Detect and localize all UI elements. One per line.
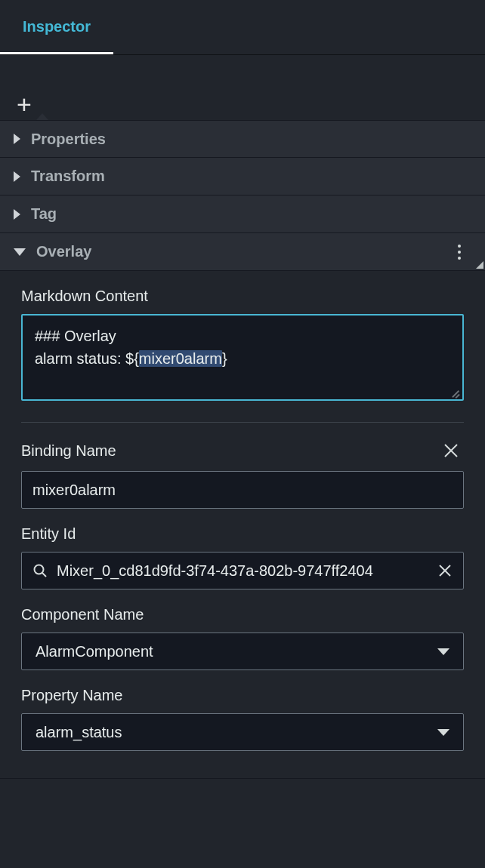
close-icon bbox=[443, 442, 459, 459]
entity-id-input-wrap bbox=[21, 552, 464, 589]
clear-entity-button[interactable] bbox=[437, 563, 453, 578]
property-name-select[interactable]: alarm_status bbox=[21, 713, 464, 751]
add-button[interactable]: + bbox=[17, 91, 32, 117]
svg-point-2 bbox=[35, 565, 44, 574]
chevron-right-icon bbox=[14, 171, 20, 182]
chevron-down-icon bbox=[437, 648, 449, 655]
divider bbox=[21, 422, 464, 423]
markdown-content-textarea[interactable]: ### Overlay alarm status: ${mixer0alarm} bbox=[21, 314, 464, 401]
binding-name-label: Binding Name bbox=[21, 442, 116, 460]
section-title-properties: Properties bbox=[31, 131, 106, 148]
section-tag[interactable]: Tag bbox=[0, 195, 485, 233]
property-name-label: Property Name bbox=[21, 687, 464, 704]
markdown-content-label: Markdown Content bbox=[21, 288, 464, 305]
binding-name-input-wrap bbox=[21, 471, 464, 509]
resize-handle-icon[interactable] bbox=[476, 261, 483, 269]
section-title-overlay: Overlay bbox=[36, 243, 91, 260]
chevron-right-icon bbox=[14, 209, 20, 220]
entity-id-label: Entity Id bbox=[21, 525, 464, 543]
chevron-right-icon bbox=[14, 134, 20, 144]
component-name-select[interactable]: AlarmComponent bbox=[21, 633, 464, 670]
component-name-value: AlarmComponent bbox=[36, 643, 153, 660]
markdown-line-2-suffix: } bbox=[222, 350, 227, 367]
overlay-more-menu[interactable] bbox=[453, 240, 465, 264]
search-icon bbox=[32, 563, 48, 578]
chevron-down-icon bbox=[14, 248, 26, 256]
component-name-label: Component Name bbox=[21, 606, 464, 623]
section-properties[interactable]: Properties bbox=[0, 120, 485, 158]
markdown-line-1: ### Overlay bbox=[35, 328, 116, 344]
inspector-panel: Inspector + Properties Transform Tag Ove… bbox=[0, 0, 485, 868]
add-menu-indicator bbox=[36, 113, 48, 120]
section-title-transform: Transform bbox=[31, 168, 105, 185]
tab-bar: Inspector bbox=[0, 0, 485, 55]
property-name-value: alarm_status bbox=[36, 724, 122, 741]
chevron-down-icon bbox=[437, 729, 449, 736]
entity-id-input[interactable] bbox=[57, 562, 430, 580]
close-icon bbox=[437, 563, 453, 578]
tab-inspector[interactable]: Inspector bbox=[0, 0, 113, 54]
svg-line-3 bbox=[42, 573, 46, 577]
binding-name-input[interactable] bbox=[32, 482, 453, 499]
markdown-variable-highlight: mixer0alarm bbox=[139, 350, 222, 367]
section-transform[interactable]: Transform bbox=[0, 158, 485, 195]
toolbar: + bbox=[0, 55, 485, 120]
remove-binding-button[interactable] bbox=[438, 439, 464, 462]
overlay-body: Markdown Content ### Overlay alarm statu… bbox=[0, 271, 485, 779]
section-overlay[interactable]: Overlay bbox=[0, 233, 485, 271]
section-title-tag: Tag bbox=[31, 205, 57, 223]
textarea-resize-handle[interactable] bbox=[451, 388, 460, 397]
markdown-line-2-prefix: alarm status: ${ bbox=[35, 350, 139, 367]
